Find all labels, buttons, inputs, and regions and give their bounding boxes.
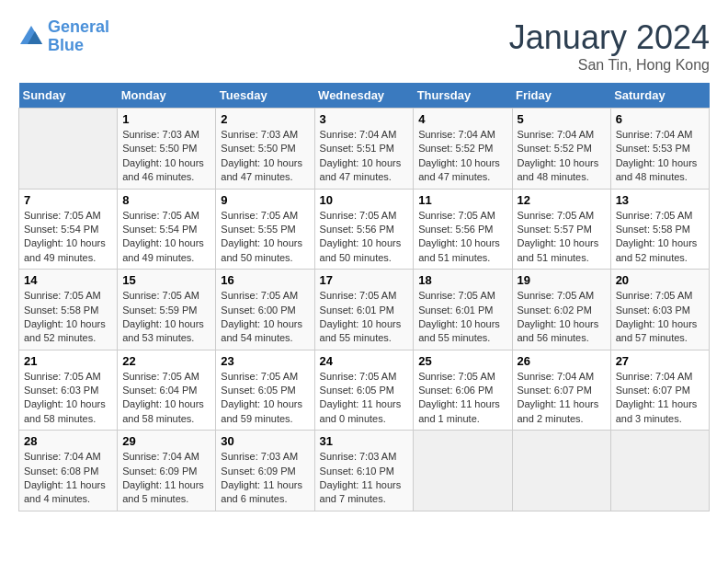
weekday-header-thursday: Thursday: [414, 83, 512, 109]
location-subtitle: San Tin, Hong Kong: [509, 57, 710, 74]
calendar-cell: 21Sunrise: 7:05 AM Sunset: 6:03 PM Dayli…: [19, 350, 118, 431]
day-info: Sunrise: 7:03 AM Sunset: 5:50 PM Dayligh…: [221, 128, 309, 185]
day-info: Sunrise: 7:05 AM Sunset: 6:05 PM Dayligh…: [221, 370, 309, 427]
page-header: General Blue January 2024 San Tin, Hong …: [18, 18, 710, 74]
day-info: Sunrise: 7:04 AM Sunset: 5:52 PM Dayligh…: [418, 128, 506, 185]
calendar-week-row: 7Sunrise: 7:05 AM Sunset: 5:54 PM Daylig…: [19, 189, 710, 270]
day-number: 23: [221, 354, 309, 368]
day-number: 2: [221, 112, 309, 126]
calendar-cell: 30Sunrise: 7:03 AM Sunset: 6:09 PM Dayli…: [216, 431, 314, 511]
calendar-cell: 10Sunrise: 7:05 AM Sunset: 5:56 PM Dayli…: [314, 189, 414, 270]
calendar-cell: 5Sunrise: 7:04 AM Sunset: 5:52 PM Daylig…: [512, 109, 610, 190]
day-info: Sunrise: 7:04 AM Sunset: 6:09 PM Dayligh…: [122, 450, 210, 507]
day-info: Sunrise: 7:04 AM Sunset: 5:51 PM Dayligh…: [320, 128, 409, 185]
day-info: Sunrise: 7:05 AM Sunset: 5:58 PM Dayligh…: [616, 209, 704, 266]
day-info: Sunrise: 7:04 AM Sunset: 5:52 PM Dayligh…: [518, 128, 606, 185]
day-info: Sunrise: 7:03 AM Sunset: 6:09 PM Dayligh…: [221, 450, 309, 507]
day-number: 20: [616, 273, 704, 287]
calendar-week-row: 21Sunrise: 7:05 AM Sunset: 6:03 PM Dayli…: [19, 350, 710, 431]
calendar-cell: 1Sunrise: 7:03 AM Sunset: 5:50 PM Daylig…: [118, 109, 216, 190]
day-number: 21: [24, 354, 112, 368]
calendar-cell: 22Sunrise: 7:05 AM Sunset: 6:04 PM Dayli…: [118, 350, 216, 431]
calendar-cell: [19, 109, 118, 190]
day-number: 18: [418, 273, 506, 287]
day-number: 19: [518, 273, 606, 287]
day-info: Sunrise: 7:05 AM Sunset: 5:54 PM Dayligh…: [122, 209, 210, 266]
calendar-cell: 15Sunrise: 7:05 AM Sunset: 5:59 PM Dayli…: [118, 270, 216, 350]
day-info: Sunrise: 7:04 AM Sunset: 6:07 PM Dayligh…: [616, 370, 704, 427]
day-info: Sunrise: 7:05 AM Sunset: 6:01 PM Dayligh…: [418, 289, 506, 346]
day-info: Sunrise: 7:05 AM Sunset: 5:59 PM Dayligh…: [122, 289, 210, 346]
logo-general: General: [48, 17, 109, 36]
day-number: 27: [616, 354, 704, 368]
calendar-cell: 18Sunrise: 7:05 AM Sunset: 6:01 PM Dayli…: [414, 270, 512, 350]
day-info: Sunrise: 7:03 AM Sunset: 6:10 PM Dayligh…: [320, 450, 409, 507]
day-info: Sunrise: 7:05 AM Sunset: 5:56 PM Dayligh…: [320, 209, 409, 266]
month-title: January 2024: [509, 18, 710, 57]
calendar-cell: 7Sunrise: 7:05 AM Sunset: 5:54 PM Daylig…: [19, 189, 118, 270]
day-info: Sunrise: 7:04 AM Sunset: 6:08 PM Dayligh…: [24, 450, 112, 507]
day-number: 4: [418, 112, 506, 126]
calendar-cell: 17Sunrise: 7:05 AM Sunset: 6:01 PM Dayli…: [314, 270, 414, 350]
calendar-cell: [414, 431, 512, 511]
weekday-header-saturday: Saturday: [610, 83, 709, 109]
calendar-cell: 25Sunrise: 7:05 AM Sunset: 6:06 PM Dayli…: [414, 350, 512, 431]
logo-icon: [18, 24, 44, 50]
day-number: 17: [320, 273, 409, 287]
day-info: Sunrise: 7:03 AM Sunset: 5:50 PM Dayligh…: [122, 128, 210, 185]
day-info: Sunrise: 7:05 AM Sunset: 6:02 PM Dayligh…: [518, 289, 606, 346]
calendar-cell: 6Sunrise: 7:04 AM Sunset: 5:53 PM Daylig…: [610, 109, 709, 190]
calendar-cell: 12Sunrise: 7:05 AM Sunset: 5:57 PM Dayli…: [512, 189, 610, 270]
day-number: 30: [221, 434, 309, 448]
day-number: 25: [418, 354, 506, 368]
calendar-cell: 31Sunrise: 7:03 AM Sunset: 6:10 PM Dayli…: [314, 431, 414, 511]
day-number: 31: [320, 434, 409, 448]
calendar-cell: 29Sunrise: 7:04 AM Sunset: 6:09 PM Dayli…: [118, 431, 216, 511]
day-info: Sunrise: 7:04 AM Sunset: 5:53 PM Dayligh…: [616, 128, 704, 185]
day-number: 3: [320, 112, 409, 126]
day-info: Sunrise: 7:05 AM Sunset: 6:05 PM Dayligh…: [320, 370, 409, 427]
weekday-header-monday: Monday: [118, 83, 216, 109]
day-info: Sunrise: 7:05 AM Sunset: 6:01 PM Dayligh…: [320, 289, 409, 346]
day-info: Sunrise: 7:05 AM Sunset: 6:06 PM Dayligh…: [418, 370, 506, 427]
day-number: 10: [320, 193, 409, 207]
day-number: 13: [616, 193, 704, 207]
logo: General Blue: [18, 18, 109, 55]
calendar-cell: 16Sunrise: 7:05 AM Sunset: 6:00 PM Dayli…: [216, 270, 314, 350]
calendar-cell: 26Sunrise: 7:04 AM Sunset: 6:07 PM Dayli…: [512, 350, 610, 431]
calendar-cell: [610, 431, 709, 511]
day-number: 14: [24, 273, 112, 287]
day-info: Sunrise: 7:05 AM Sunset: 5:54 PM Dayligh…: [24, 209, 112, 266]
day-number: 9: [221, 193, 309, 207]
calendar-cell: 19Sunrise: 7:05 AM Sunset: 6:02 PM Dayli…: [512, 270, 610, 350]
weekday-header-wednesday: Wednesday: [314, 83, 414, 109]
day-info: Sunrise: 7:05 AM Sunset: 6:04 PM Dayligh…: [122, 370, 210, 427]
logo-blue: Blue: [48, 36, 84, 54]
day-number: 11: [418, 193, 506, 207]
day-number: 7: [24, 193, 112, 207]
calendar-cell: 28Sunrise: 7:04 AM Sunset: 6:08 PM Dayli…: [19, 431, 118, 511]
weekday-header-row: SundayMondayTuesdayWednesdayThursdayFrid…: [19, 83, 710, 109]
calendar-cell: 2Sunrise: 7:03 AM Sunset: 5:50 PM Daylig…: [216, 109, 314, 190]
day-number: 15: [122, 273, 210, 287]
weekday-header-tuesday: Tuesday: [216, 83, 314, 109]
calendar-cell: 11Sunrise: 7:05 AM Sunset: 5:56 PM Dayli…: [414, 189, 512, 270]
day-info: Sunrise: 7:04 AM Sunset: 6:07 PM Dayligh…: [518, 370, 606, 427]
calendar-week-row: 28Sunrise: 7:04 AM Sunset: 6:08 PM Dayli…: [19, 431, 710, 511]
day-info: Sunrise: 7:05 AM Sunset: 6:00 PM Dayligh…: [221, 289, 309, 346]
day-number: 24: [320, 354, 409, 368]
calendar-cell: 20Sunrise: 7:05 AM Sunset: 6:03 PM Dayli…: [610, 270, 709, 350]
day-number: 16: [221, 273, 309, 287]
weekday-header-friday: Friday: [512, 83, 610, 109]
calendar-table: SundayMondayTuesdayWednesdayThursdayFrid…: [18, 83, 710, 511]
calendar-week-row: 1Sunrise: 7:03 AM Sunset: 5:50 PM Daylig…: [19, 109, 710, 190]
day-info: Sunrise: 7:05 AM Sunset: 6:03 PM Dayligh…: [616, 289, 704, 346]
calendar-cell: 9Sunrise: 7:05 AM Sunset: 5:55 PM Daylig…: [216, 189, 314, 270]
day-info: Sunrise: 7:05 AM Sunset: 5:57 PM Dayligh…: [518, 209, 606, 266]
calendar-cell: 3Sunrise: 7:04 AM Sunset: 5:51 PM Daylig…: [314, 109, 414, 190]
logo-text: General Blue: [48, 18, 109, 55]
day-info: Sunrise: 7:05 AM Sunset: 5:55 PM Dayligh…: [221, 209, 309, 266]
day-info: Sunrise: 7:05 AM Sunset: 6:03 PM Dayligh…: [24, 370, 112, 427]
day-info: Sunrise: 7:05 AM Sunset: 5:56 PM Dayligh…: [418, 209, 506, 266]
day-number: 8: [122, 193, 210, 207]
